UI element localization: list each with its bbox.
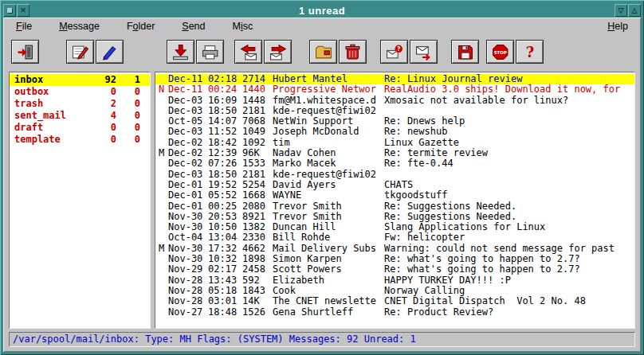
message-flag [159, 307, 168, 318]
folder-row-template[interactable]: template00 [10, 134, 150, 146]
exit-button[interactable] [11, 40, 39, 64]
message-from: kde-request@fiwi02 [273, 106, 384, 116]
message-row[interactable]: Dec-0100:252080Trevor SmithRe: Suggestio… [155, 201, 634, 212]
message-subject: Re: Suggestions Needed. [384, 212, 634, 222]
stop-button[interactable]: STOP [486, 40, 514, 64]
message-row[interactable]: MDec-0212:3996KNadav CohenRe: termite re… [155, 148, 634, 158]
message-subject: Re: termite review [384, 148, 634, 158]
message-time: 00:25 [208, 201, 242, 212]
message-row[interactable]: Nov-2803:0114KThe CNET newsletteCNET Dig… [155, 296, 634, 306]
message-size: 2458 [242, 264, 273, 275]
message-date: Nov-27 [168, 307, 208, 318]
folder-row-outbox[interactable]: outbox00 [10, 86, 150, 98]
check-mail-button[interactable]: ? [380, 40, 408, 64]
message-row[interactable]: Nov-2902:172458Scott PowersRe: what's go… [155, 264, 634, 275]
compose-button[interactable] [66, 40, 94, 64]
message-subject: Re: Dnews help [384, 116, 634, 127]
message-subject: CHATS [384, 180, 634, 190]
help-button[interactable]: ? [516, 40, 544, 64]
folder-unread-count: 0 [116, 134, 140, 146]
message-row[interactable]: Nov-2813:43592ElizabethHAPPY TURKEY DAY!… [155, 275, 634, 286]
message-row[interactable]: Dec-0119:525254David AyersCHATS [155, 180, 634, 190]
message-time: 19:52 [208, 180, 242, 190]
message-row[interactable]: Oct-0413:042330Bill RohdeFw: helicopter [155, 232, 634, 243]
message-row[interactable]: Nov-2718:481526Gena ShurtleffRe: Product… [155, 307, 634, 318]
message-from: Scott Powers [273, 264, 384, 275]
folder-row-draft[interactable]: draft00 [10, 122, 150, 134]
folder-name: draft [14, 122, 89, 134]
message-row[interactable]: Dec-0105:521668WAYNEtkgoodstuff [155, 190, 634, 201]
message-time: 03:01 [208, 296, 242, 306]
forward-button[interactable] [264, 40, 292, 64]
message-size: 1843 [242, 286, 273, 296]
menu-file[interactable]: File [14, 19, 33, 33]
message-time: 18:48 [208, 307, 242, 318]
message-row[interactable]: Dec-0318:502181kde-request@fiwi02 [155, 106, 634, 116]
message-from: Marko Macek [273, 158, 384, 169]
message-subject [384, 106, 634, 116]
toolbar: ? STOP ? [3, 35, 641, 70]
message-size: 2714 [242, 74, 273, 84]
retrieve-mail-button[interactable] [167, 40, 194, 64]
message-row[interactable]: Nov-3020:538921Trevor SmithRe: Suggestio… [155, 212, 634, 222]
message-row[interactable]: Dec-0207:261533Marko MacekRe: fte-0.44 [155, 158, 634, 169]
menu-message[interactable]: Message [57, 19, 101, 33]
message-time: 14:07 [208, 116, 242, 127]
forward-icon [269, 44, 288, 60]
message-from: kde-request@fiwi02 [273, 170, 384, 180]
iconify-button[interactable]: ▽ [615, 4, 627, 17]
message-time: 17:32 [208, 244, 242, 254]
message-subject: Norway Calling [384, 286, 634, 296]
folder-total-count: 0 [89, 86, 116, 98]
message-time: 10:50 [208, 222, 242, 232]
message-date: Nov-30 [168, 254, 208, 264]
message-row[interactable]: Nov-3010:501382Duncan HillSlang Applicat… [155, 222, 634, 232]
menu-send[interactable]: Send [180, 19, 206, 33]
folder-row-inbox[interactable]: inbox921 [10, 74, 150, 86]
trash-button[interactable] [339, 40, 367, 64]
folder-row-trash[interactable]: trash20 [10, 98, 150, 110]
save-button[interactable] [451, 40, 479, 64]
edit-button[interactable] [96, 40, 124, 64]
maximize-button[interactable]: △ [628, 4, 641, 17]
menu-misc[interactable]: Misc [231, 19, 255, 33]
message-subject: Slang Applications for Linux [384, 222, 634, 232]
message-row[interactable]: Dec-1102:182714Hubert MantelRe: Linux Jo… [155, 74, 634, 84]
folder-name: outbox [14, 86, 89, 98]
message-time: 00:24 [208, 84, 242, 95]
triangle-down-icon: ▽ [618, 7, 624, 14]
folder-row-sent_mail[interactable]: sent_mail40 [10, 110, 150, 122]
print-button[interactable] [196, 40, 224, 64]
message-row[interactable]: Nov-2805:181843CookNorway Calling [155, 286, 634, 296]
message-subject: Fw: helicopter [384, 232, 634, 243]
message-subject: Re: newshub [384, 127, 634, 137]
window-menu-button[interactable] [3, 4, 16, 17]
message-subject: Linux Gazette [384, 138, 634, 148]
close-button[interactable]: ✕ [17, 4, 29, 17]
menu-folder[interactable]: Folder [125, 19, 156, 33]
message-time: 13:43 [208, 275, 242, 286]
message-flag [159, 296, 168, 306]
message-time: 05:52 [208, 190, 242, 201]
message-row[interactable]: Dec-0218:421092timLinux Gazette [155, 138, 634, 148]
message-subject: Re: fte-0.44 [384, 158, 634, 169]
message-row[interactable]: NDec-1100:241440Progressive NetworRealAu… [155, 84, 634, 95]
message-time: 18:50 [208, 106, 242, 116]
folders-button[interactable] [309, 40, 337, 64]
reply-button[interactable] [234, 40, 262, 64]
menu-help[interactable]: Help [606, 19, 630, 33]
message-row[interactable]: Dec-0311:521049Joseph McDonaldRe: newshu… [155, 127, 634, 137]
folder-unread-count: 0 [116, 110, 140, 122]
message-subject: Xmosaic not available for linux? [384, 96, 634, 106]
message-row[interactable]: Dec-0316:091448fm@M1.whitespace.dXmosaic… [155, 96, 634, 106]
message-row[interactable]: MNov-3017:324662Mail Delivery SubsWarnin… [155, 244, 634, 254]
message-from: NetWin Support [273, 116, 384, 127]
message-row[interactable]: Oct-0514:077068NetWin SupportRe: Dnews h… [155, 116, 634, 127]
edit-pen-icon [100, 44, 120, 60]
message-size: 1526 [242, 307, 273, 318]
send-mail-button[interactable] [410, 40, 438, 64]
message-row[interactable]: Nov-3010:321898Simon KarpenRe: what's go… [155, 254, 634, 264]
message-row[interactable]: Dec-0318:502181kde-request@fiwi02 [155, 170, 634, 180]
retrieve-mail-icon [171, 44, 190, 60]
titlebar[interactable]: ✕ 1 unread ▽ △ [3, 3, 641, 18]
